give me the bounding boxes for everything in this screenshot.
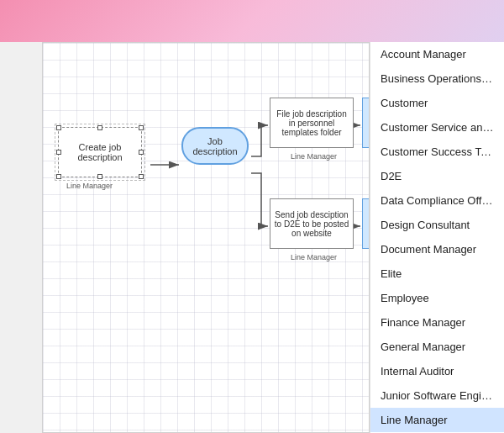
send-job-box[interactable]: Send job desciption to D2E to be posted … <box>270 198 354 249</box>
dropdown-item-document-manager[interactable]: Document Manager <box>370 237 504 261</box>
handle-tr[interactable] <box>139 125 144 130</box>
handle-br[interactable] <box>139 174 144 179</box>
job-line1: Job <box>207 136 223 146</box>
dropdown-item-customer-success[interactable]: Customer Success Team <box>370 140 504 164</box>
create-job-box[interactable]: Create job description <box>58 127 142 177</box>
handle-bl[interactable] <box>56 174 61 179</box>
top-bar <box>0 0 504 42</box>
dropdown-item-employee[interactable]: Employee <box>370 286 504 310</box>
dropdown-item-customer[interactable]: Customer <box>370 91 504 115</box>
create-line2: description <box>77 152 122 162</box>
canvas-area: Create job description Line Manager Job … <box>42 42 370 433</box>
dropdown-item-internal-auditor[interactable]: Internal Auditor <box>370 359 504 383</box>
handle-mr[interactable] <box>139 150 144 155</box>
dropdown-item-customer-service[interactable]: Customer Service and Support <box>370 115 504 140</box>
partial-top-box[interactable]: Jcdescr...fill... <box>362 98 370 148</box>
handle-bm[interactable] <box>97 174 102 179</box>
handle-tl[interactable] <box>56 125 61 130</box>
send-job-text: Send job desciption to D2E to be posted … <box>274 210 349 238</box>
job-description-box[interactable]: Job description <box>181 127 249 165</box>
dropdown-item-general-manager[interactable]: General Manager <box>370 335 504 359</box>
handle-tm[interactable] <box>97 125 102 130</box>
dropdown-item-business-operations[interactable]: Business Operations Manager <box>370 66 504 91</box>
dropdown-item-finance-manager[interactable]: Finance Manager <box>370 310 504 335</box>
dropdown-item-data-compliance[interactable]: Data Compliance Officer <box>370 188 504 213</box>
dropdown-item-elite[interactable]: Elite <box>370 261 504 286</box>
handle-ml[interactable] <box>56 150 61 155</box>
file-label: Line Manager <box>291 152 337 161</box>
partial-bottom-box[interactable]: Jdesc...sent t... <box>362 198 370 249</box>
dropdown-item-line-manager[interactable]: Line Manager <box>370 408 504 432</box>
send-label: Line Manager <box>291 253 337 261</box>
file-job-text: File job description in personnel templa… <box>274 109 349 137</box>
job-line2: description <box>192 146 237 156</box>
dropdown-item-design-consultant[interactable]: Design Consultant <box>370 213 504 237</box>
dropdown-panel[interactable]: Account ManagerBusiness Operations Manag… <box>370 42 504 433</box>
dropdown-item-junior-software-engineer[interactable]: Junior Software Engineer <box>370 383 504 408</box>
create-line1: Create job <box>79 142 122 152</box>
dropdown-item-account-manager[interactable]: Account Manager <box>370 42 504 66</box>
create-label: Line Manager <box>66 182 113 190</box>
file-job-box[interactable]: File job description in personnel templa… <box>270 98 354 148</box>
dropdown-item-d2e[interactable]: D2E <box>370 164 504 188</box>
